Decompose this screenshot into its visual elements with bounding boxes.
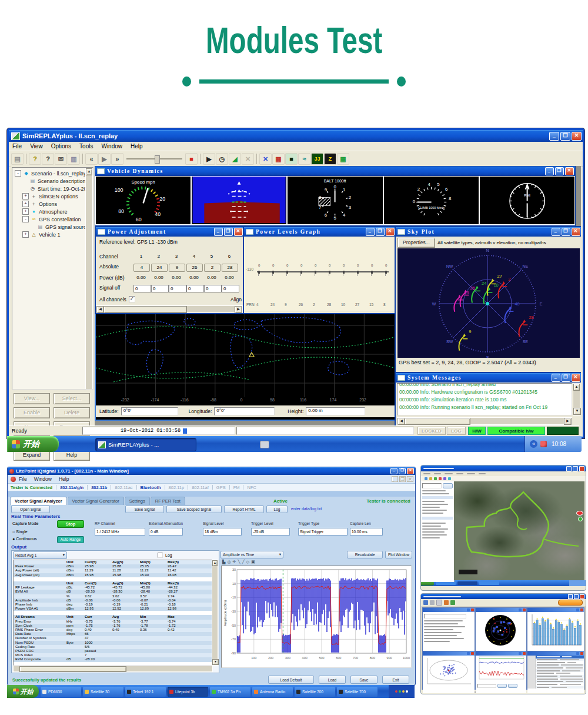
tech-tab-bluetooth[interactable]: Bluetooth bbox=[141, 485, 161, 490]
signal-off-input[interactable]: 0 bbox=[204, 285, 222, 292]
minimize-button[interactable]: _ bbox=[545, 167, 554, 175]
button-save[interactable]: Save bbox=[350, 676, 377, 684]
tech-tab-testerisconnected[interactable]: Tester is Connected bbox=[11, 485, 52, 490]
world-map[interactable] bbox=[96, 311, 394, 397]
toolbar-context-help-icon[interactable]: ? bbox=[42, 153, 54, 165]
map-tool-icon[interactable] bbox=[434, 477, 437, 480]
tree-item[interactable]: +△Vehicle 1 bbox=[14, 231, 93, 238]
tree-item[interactable]: -◆Scenario - ll.scn_replay bbox=[14, 169, 93, 177]
toolbar-disabled-icon[interactable]: ✕ bbox=[242, 153, 254, 165]
close-button[interactable]: ✕ bbox=[234, 228, 243, 236]
toolbar-print-icon[interactable]: ▤ bbox=[11, 153, 24, 165]
tray-app-icon[interactable] bbox=[540, 441, 547, 447]
tech-tab-gps[interactable]: GPS bbox=[216, 485, 226, 490]
task-button-1[interactable]: Satellite 30 bbox=[83, 687, 123, 697]
h-scrollbar[interactable]: ◀ ▶ bbox=[96, 305, 243, 313]
maximize-button[interactable]: ❐ bbox=[224, 228, 233, 236]
maximize-button[interactable]: ❐ bbox=[555, 167, 564, 175]
signal-off-input[interactable]: 0 bbox=[169, 285, 186, 292]
tech-tab-nfc[interactable]: NFC bbox=[247, 485, 256, 490]
simreplay-titlebar[interactable]: SimREPLAYplus - ll.scn_replay _ ❐ ✕ bbox=[9, 130, 583, 142]
h-scrollbar[interactable]: ◀ ▶ bbox=[397, 417, 572, 425]
minimize-button[interactable] bbox=[568, 594, 573, 599]
vehicle-dynamics-titlebar[interactable]: Vehicle Dynamics _❐✕ bbox=[95, 167, 575, 176]
open-signal-button[interactable]: Open Signal bbox=[11, 506, 50, 513]
auto-range-button[interactable]: Auto Range bbox=[57, 536, 84, 543]
tech-tab-80211b[interactable]: 802.11b bbox=[91, 485, 107, 490]
all-channels-checkbox[interactable]: ✓ bbox=[129, 296, 135, 302]
power-adjustment-titlebar[interactable]: Power Adjustment _❐✕ bbox=[96, 227, 244, 237]
menu-help[interactable]: Help bbox=[131, 143, 143, 149]
button-select[interactable]: Select... bbox=[54, 393, 90, 404]
task-button[interactable] bbox=[479, 581, 499, 585]
tree-expander[interactable]: + bbox=[22, 193, 29, 199]
tree-item[interactable]: ◷Start time: 19-Oct-2012 bbox=[14, 185, 93, 192]
properties-button[interactable]: Properties... bbox=[397, 238, 435, 248]
minimize-button[interactable]: _ bbox=[214, 228, 223, 236]
gnss-titlebar[interactable] bbox=[421, 594, 586, 599]
maximize-button[interactable]: ❐ bbox=[562, 228, 570, 236]
menu-help[interactable]: Help bbox=[59, 476, 69, 482]
toolbar-constellation-icon[interactable]: ✕ bbox=[259, 153, 272, 165]
tree-item[interactable]: ++Options bbox=[14, 200, 93, 208]
messages-log[interactable]: 00:00:00 Info: Scenario ll scn_replay ar… bbox=[397, 383, 572, 415]
data-log-link[interactable]: enter data/log txt bbox=[291, 507, 322, 511]
close-button[interactable]: ✕ bbox=[407, 468, 414, 474]
task-button-7[interactable]: Satellite 700 bbox=[337, 687, 377, 697]
tab-settings[interactable]: Settings bbox=[125, 497, 150, 505]
plot-tool-icon[interactable]: ╲ bbox=[238, 560, 240, 564]
gnss-skyplot-pane[interactable] bbox=[475, 607, 527, 651]
satellite-map[interactable] bbox=[454, 481, 584, 580]
task-button-simreplay[interactable]: SimREPLAYplus - ... bbox=[95, 438, 196, 451]
places-header[interactable] bbox=[422, 496, 453, 499]
plot-tool-icon[interactable]: ▙ bbox=[222, 560, 225, 564]
gnss-cn0-bars-pane[interactable] bbox=[527, 607, 584, 651]
tree-item[interactable]: ▤GPS signal sources f bbox=[14, 223, 93, 231]
rmi-clock-gauge[interactable]: RMI bbox=[480, 177, 574, 224]
task-button-3[interactable]: Litepoint 3b bbox=[168, 687, 208, 697]
litepoint-titlebar[interactable]: LitePoint IQsignal 1.0.71 - [802.11n - M… bbox=[8, 467, 415, 475]
tree-item[interactable]: +●Atmosphere bbox=[14, 208, 93, 215]
close-button[interactable]: ✕ bbox=[386, 228, 395, 236]
map-search-button[interactable] bbox=[443, 483, 453, 488]
v-scrollbar[interactable]: ▲ ▼ bbox=[573, 383, 580, 415]
gnss-messages-pane[interactable] bbox=[422, 607, 475, 651]
menu-file[interactable]: File bbox=[19, 476, 27, 482]
toolbar-jammer-icon[interactable]: JJ bbox=[311, 153, 323, 165]
toolbar-signal-icon[interactable]: ◢ bbox=[229, 153, 241, 165]
latitude-field[interactable]: 0°0' bbox=[121, 407, 178, 415]
map-tool-icon[interactable] bbox=[425, 477, 427, 480]
v-scrollbar[interactable]: ▲▼ bbox=[212, 560, 218, 666]
maximize-button[interactable]: ❐ bbox=[399, 468, 406, 474]
tech-tab-80211af[interactable]: 802.11af bbox=[192, 485, 209, 490]
tech-tab-80211agn[interactable]: 802.11a/g/n bbox=[60, 485, 83, 490]
field-signal-level[interactable]: 18 dBm bbox=[203, 528, 242, 536]
map-marker-icon[interactable] bbox=[576, 511, 583, 516]
button-enable[interactable]: Enable bbox=[14, 407, 50, 418]
vsi-gauge[interactable]: 024568CLIMB 1000 ft/min bbox=[384, 177, 479, 224]
system-messages-titlebar[interactable]: System Messages _❐✕ bbox=[396, 373, 581, 383]
button-load-default[interactable]: Load Default bbox=[268, 676, 314, 684]
plot-tool-icon[interactable]: ╱ bbox=[242, 560, 245, 564]
button-view[interactable]: View... bbox=[14, 393, 50, 404]
toolbar-mail-icon[interactable]: ✉ bbox=[55, 153, 67, 165]
single-radio[interactable]: ○ Single bbox=[12, 530, 28, 534]
tab-vector-signal-analyzer[interactable]: Vector Signal Analyzer bbox=[10, 497, 67, 505]
tray-keyboard-icon[interactable] bbox=[260, 441, 269, 448]
close-button[interactable] bbox=[580, 594, 584, 599]
task-button[interactable] bbox=[457, 581, 477, 585]
toolbar-lightning-icon[interactable]: Z bbox=[324, 153, 336, 165]
signal-off-input[interactable]: 0 bbox=[133, 285, 151, 292]
scenario-tree[interactable]: -◆Scenario - ll.scn_replay▤Scenario desc… bbox=[12, 167, 93, 390]
minimize-button[interactable]: _ bbox=[549, 132, 559, 141]
gnss-tool-icon[interactable] bbox=[444, 600, 449, 605]
height-field[interactable]: 0.00 m bbox=[306, 407, 365, 415]
maximize-button[interactable] bbox=[573, 466, 578, 471]
close-button[interactable]: ✕ bbox=[565, 167, 574, 175]
maximize-button[interactable]: ❐ bbox=[562, 374, 570, 382]
task-button-6[interactable]: Satellite 700 bbox=[295, 687, 335, 697]
report-html-button[interactable]: Report HTML bbox=[224, 506, 264, 513]
toolbar-map-grid-icon[interactable]: ▦ bbox=[337, 153, 349, 165]
gnss-scatter-pane[interactable] bbox=[422, 651, 475, 690]
minimize-button[interactable] bbox=[566, 466, 572, 471]
